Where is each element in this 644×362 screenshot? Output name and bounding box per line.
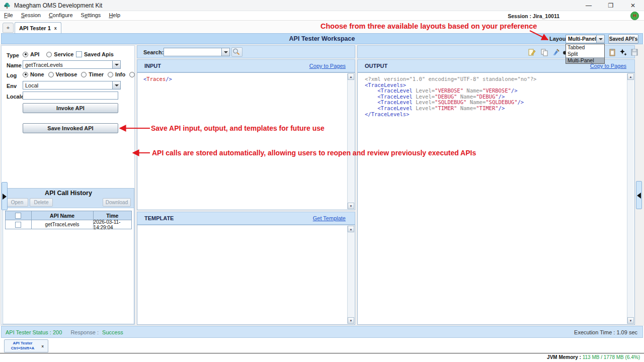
row-checkbox-cell[interactable] [6, 220, 32, 229]
response-value: Success [102, 329, 123, 335]
radio-info[interactable]: Info [108, 71, 125, 77]
output-scrollbar[interactable]: ▲▼ [627, 73, 634, 324]
scroll-up-icon[interactable]: ▲ [348, 226, 354, 232]
menu-session[interactable]: Session [21, 12, 41, 18]
new-tab-button[interactable]: + [3, 23, 14, 33]
expand-left-icon [637, 193, 641, 199]
layout-label: Layout [549, 36, 568, 42]
open-button[interactable]: Open [6, 198, 28, 207]
row-api-name: getTraceLevels [32, 220, 94, 229]
radio-icon[interactable] [81, 72, 87, 77]
scroll-down-icon[interactable]: ▼ [348, 203, 354, 209]
tab-api-tester-1[interactable]: API Tester 1 x [15, 22, 61, 33]
saved-apis-checkbox[interactable]: Saved Apis [76, 51, 114, 57]
copy-icon[interactable] [540, 48, 548, 56]
scroll-down-icon[interactable]: ▼ [627, 317, 634, 324]
menu-help[interactable]: Help [109, 12, 120, 18]
api-tester-task-tab[interactable]: API Tester Ctrl+Shift+A x [4, 339, 48, 352]
left-collapse-handle[interactable] [2, 182, 8, 210]
locale-label: Locale [7, 94, 24, 100]
radio-icon[interactable] [129, 72, 135, 77]
annotation-layout-note: Choose from three available layouts base… [320, 22, 537, 30]
task-tab-close-icon[interactable]: x [42, 344, 44, 348]
checkbox-box[interactable] [76, 51, 82, 57]
window-titlebar: Maegham OMS Development Kit — ❐ ✕ [0, 0, 644, 11]
saved-apis-button[interactable]: Saved API's [608, 34, 638, 44]
menu-file[interactable]: File [4, 12, 13, 18]
layout-option-multi-panel[interactable]: Multi-Panel [566, 57, 604, 64]
locale-input[interactable] [23, 92, 118, 100]
search-label: Search: [143, 49, 164, 55]
tab-close-icon[interactable]: x [54, 26, 57, 31]
format-sparkle-icon[interactable] [619, 48, 627, 56]
maximize-button[interactable]: ❐ [600, 0, 622, 11]
scroll-up-icon[interactable]: ▲ [348, 73, 354, 80]
radio-none[interactable]: None [23, 71, 44, 77]
history-header: API Call History Open Delete Download [3, 189, 134, 208]
input-title: INPUT [144, 63, 161, 69]
menu-settings[interactable]: Settings [81, 12, 101, 18]
table-row[interactable]: getTraceLevels2026-03-11-14:29:04 [6, 220, 131, 229]
radio-icon[interactable] [108, 72, 113, 77]
layout-dropdown-arrow[interactable] [596, 35, 604, 43]
history-title: API Call History [3, 190, 134, 197]
layout-dropdown-field[interactable]: Multi-Panel [566, 35, 605, 43]
layout-dropdown-list: TabbedSplitMulti-Panel [566, 44, 605, 64]
close-button[interactable]: ✕ [622, 0, 644, 11]
radio-icon[interactable] [48, 72, 54, 77]
right-collapse-handle[interactable] [636, 181, 642, 209]
layout-option-split[interactable]: Split [566, 51, 604, 57]
template-scrollbar[interactable]: ▲▼ [347, 226, 354, 324]
jvm-memory: JVM Memory : 113 MB / 1778 MB (6.4%) [547, 354, 640, 360]
edit-note-icon[interactable] [528, 48, 536, 56]
radio-selected-icon[interactable] [23, 72, 28, 77]
search-button[interactable] [231, 47, 243, 57]
radio-selected-icon[interactable] [23, 52, 28, 57]
select-all-checkbox-cell[interactable] [6, 211, 32, 220]
minimize-button[interactable]: — [578, 0, 600, 11]
scroll-up-icon[interactable]: ▲ [627, 73, 634, 80]
column-api-name: API Name [32, 211, 94, 220]
name-dropdown-arrow[interactable] [112, 61, 120, 68]
download-button[interactable]: Download [103, 198, 131, 207]
paste-icon[interactable] [608, 48, 616, 56]
save-icon[interactable] [630, 48, 638, 56]
name-combobox[interactable]: getTraceLevels [23, 60, 121, 69]
input-scrollbar[interactable]: ▲▼ [347, 73, 354, 209]
status-bar: API Tester Status : 200 Response : Succe… [1, 326, 643, 338]
get-template-link[interactable]: Get Template [313, 215, 346, 221]
search-dropdown-arrow[interactable] [221, 48, 229, 56]
radio-service[interactable]: Service [46, 51, 73, 57]
annotation-save-note: Save API input, output, and templates fo… [151, 124, 325, 132]
delete-button[interactable]: Delete [30, 198, 53, 207]
save-invoked-api-button[interactable]: Save Invoked API [23, 123, 118, 133]
clean-brush-icon[interactable] [552, 48, 560, 56]
scroll-down-icon[interactable]: ▼ [348, 317, 354, 324]
radio-api[interactable]: API [23, 51, 39, 57]
menu-configure[interactable]: Configure [49, 12, 73, 18]
input-copy-to-pages-link[interactable]: Copy to Pages [309, 63, 346, 69]
workspace-header: API Tester Workspace [1, 33, 643, 44]
env-label: Env [7, 83, 17, 89]
env-dropdown-arrow[interactable] [112, 81, 120, 89]
radio-timer[interactable]: Timer [81, 71, 104, 77]
input-panel-header: INPUT Copy to Pages [137, 59, 355, 72]
layout-option-tabbed[interactable]: Tabbed [566, 44, 604, 51]
env-combobox[interactable]: Local [23, 81, 121, 89]
type-label: Type [7, 52, 19, 58]
task-tab-title: API Tester [8, 341, 38, 346]
output-content[interactable]: <?xml version="1.0" encoding="UTF-8" sta… [357, 72, 635, 325]
radio-verbose[interactable]: Verbose [48, 71, 77, 77]
name-label: Name [7, 62, 22, 68]
user-avatar[interactable]: H [630, 12, 639, 20]
template-content[interactable]: ▲▼ [137, 225, 355, 325]
invoke-api-button[interactable]: Invoke API [23, 103, 118, 113]
search-input[interactable] [164, 48, 230, 56]
input-content[interactable]: <Traces/> ▲▼ [137, 72, 355, 210]
type-radio-group: APIService [23, 51, 74, 57]
output-title: OUTPUT [365, 63, 387, 69]
app-logo-icon [4, 2, 11, 9]
row-time: 2026-03-11-14:29:04 [94, 220, 131, 229]
radio-icon[interactable] [46, 52, 52, 57]
annotation-history-note: API calls are stored automatically, allo… [152, 149, 476, 157]
